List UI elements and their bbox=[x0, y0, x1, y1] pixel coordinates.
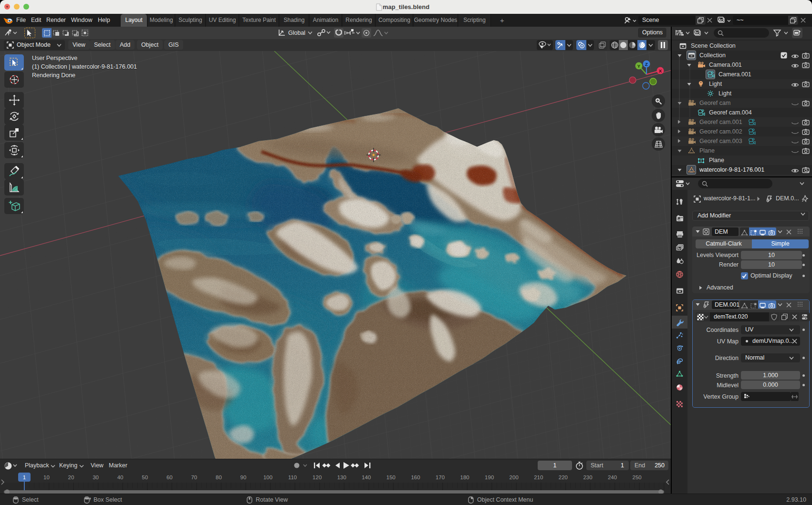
svg-text:40: 40 bbox=[117, 474, 124, 480]
svg-text:170: 170 bbox=[436, 474, 445, 480]
svg-text:80: 80 bbox=[216, 474, 222, 480]
svg-text:150: 150 bbox=[386, 474, 396, 480]
svg-text:Y: Y bbox=[637, 63, 641, 69]
svg-text:200: 200 bbox=[510, 474, 519, 480]
svg-text:60: 60 bbox=[167, 474, 173, 480]
svg-text:120: 120 bbox=[312, 474, 322, 480]
svg-text:210: 210 bbox=[534, 474, 543, 480]
svg-text:240: 240 bbox=[608, 474, 617, 480]
svg-text:70: 70 bbox=[191, 474, 197, 480]
svg-text:180: 180 bbox=[460, 474, 469, 480]
svg-text:90: 90 bbox=[240, 474, 247, 480]
svg-text:110: 110 bbox=[288, 474, 297, 480]
svg-text:160: 160 bbox=[411, 474, 420, 480]
svg-text:130: 130 bbox=[337, 474, 346, 480]
svg-text:Z: Z bbox=[645, 62, 648, 67]
svg-text:100: 100 bbox=[263, 474, 272, 480]
svg-text:140: 140 bbox=[362, 474, 371, 480]
svg-text:X: X bbox=[659, 68, 662, 73]
svg-text:10: 10 bbox=[43, 474, 50, 480]
svg-text:230: 230 bbox=[583, 474, 592, 480]
svg-text:250: 250 bbox=[633, 474, 642, 480]
svg-text:190: 190 bbox=[485, 474, 494, 480]
svg-text:50: 50 bbox=[142, 474, 148, 480]
svg-text:20: 20 bbox=[68, 474, 74, 480]
svg-text:220: 220 bbox=[559, 474, 568, 480]
svg-text:1: 1 bbox=[23, 474, 26, 480]
svg-text:30: 30 bbox=[93, 474, 99, 480]
